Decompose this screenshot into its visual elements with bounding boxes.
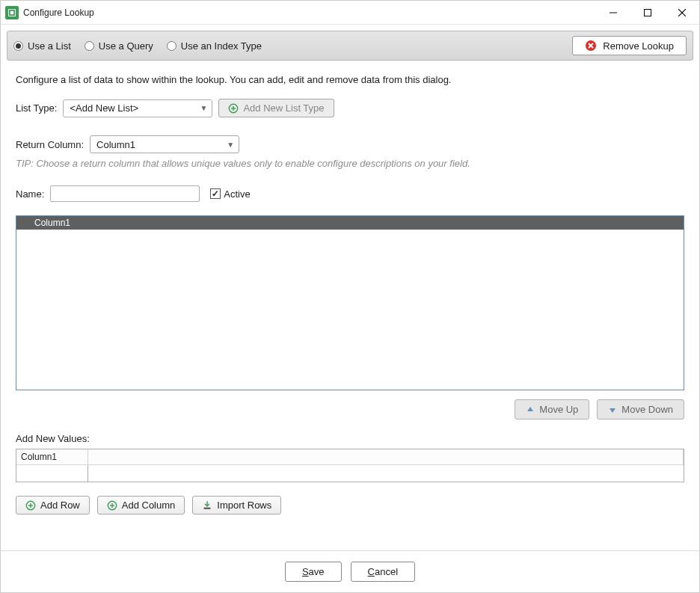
table-header: Column1 bbox=[16, 216, 684, 230]
active-label: Active bbox=[224, 188, 250, 200]
return-column-combo[interactable]: Column1 ▼ bbox=[90, 135, 239, 153]
radio-label: Use a List bbox=[28, 40, 71, 52]
plus-circle-icon bbox=[228, 103, 239, 114]
radio-use-query[interactable]: Use a Query bbox=[85, 40, 153, 52]
description-text: Configure a list of data to show within … bbox=[16, 74, 684, 85]
import-icon bbox=[202, 500, 212, 511]
move-up-button[interactable]: Move Up bbox=[515, 399, 589, 420]
list-type-combo[interactable]: <Add New List> ▼ bbox=[63, 99, 212, 117]
svg-rect-1 bbox=[10, 10, 14, 14]
app-icon bbox=[5, 6, 19, 19]
arrow-up-icon bbox=[526, 405, 535, 414]
lookup-mode-radio-group: Use a List Use a Query Use an Index Type bbox=[13, 40, 262, 52]
plus-circle-icon bbox=[25, 500, 36, 511]
maximize-button[interactable] bbox=[630, 1, 665, 25]
return-column-label: Return Column: bbox=[16, 139, 84, 150]
dialog-body: Configure a list of data to show within … bbox=[1, 67, 699, 550]
table-body bbox=[16, 230, 684, 390]
lookup-mode-bar: Use a List Use a Query Use an Index Type… bbox=[7, 31, 693, 61]
window-title: Configure Lookup bbox=[23, 7, 94, 18]
radio-use-index-type[interactable]: Use an Index Type bbox=[167, 40, 262, 52]
titlebar: Configure Lookup bbox=[1, 1, 699, 25]
radio-icon bbox=[167, 41, 176, 51]
chevron-down-icon: ▼ bbox=[227, 141, 234, 149]
add-new-value-cell[interactable] bbox=[16, 465, 88, 482]
add-new-value-cell[interactable] bbox=[88, 465, 684, 482]
radio-use-list[interactable]: Use a List bbox=[13, 40, 71, 52]
add-new-list-type-button[interactable]: Add New List Type bbox=[218, 99, 334, 117]
active-checkbox[interactable] bbox=[210, 188, 221, 199]
import-rows-label: Import Rows bbox=[217, 500, 271, 511]
return-column-value: Column1 bbox=[96, 139, 222, 150]
radio-label: Use an Index Type bbox=[181, 40, 262, 52]
lookup-data-table[interactable]: Column1 bbox=[16, 215, 684, 390]
minimize-button[interactable] bbox=[596, 1, 630, 25]
remove-lookup-label: Remove Lookup bbox=[603, 40, 674, 52]
save-label: Save bbox=[302, 566, 325, 577]
arrow-down-icon bbox=[608, 405, 617, 414]
svg-rect-18 bbox=[204, 507, 211, 508]
add-row-button[interactable]: Add Row bbox=[16, 496, 90, 514]
return-column-tip: TIP: Choose a return column that allows … bbox=[16, 158, 684, 169]
remove-lookup-button[interactable]: Remove Lookup bbox=[572, 36, 687, 55]
add-list-type-label: Add New List Type bbox=[243, 102, 324, 114]
add-row-label: Add Row bbox=[40, 500, 80, 511]
name-input[interactable] bbox=[50, 185, 200, 202]
move-up-label: Move Up bbox=[539, 404, 578, 415]
svg-rect-3 bbox=[645, 9, 651, 16]
cancel-button[interactable]: Cancel bbox=[351, 562, 415, 582]
add-column-label: Add Column bbox=[122, 500, 176, 511]
save-button[interactable]: Save bbox=[285, 562, 342, 582]
cancel-label: Cancel bbox=[368, 566, 398, 577]
list-type-label: List Type: bbox=[16, 102, 57, 114]
add-new-values-table[interactable]: Column1 bbox=[16, 449, 684, 482]
move-down-button[interactable]: Move Down bbox=[597, 399, 684, 420]
chevron-down-icon: ▼ bbox=[200, 104, 208, 112]
plus-circle-icon bbox=[107, 500, 117, 511]
name-label: Name: bbox=[16, 188, 44, 200]
add-new-column-header: Column1 bbox=[16, 449, 88, 465]
configure-lookup-window: Configure Lookup Use a List Use a Query … bbox=[0, 0, 700, 593]
add-column-button[interactable]: Add Column bbox=[97, 496, 185, 514]
import-rows-button[interactable]: Import Rows bbox=[192, 496, 281, 514]
radio-label: Use a Query bbox=[99, 40, 153, 52]
move-down-label: Move Down bbox=[621, 404, 673, 415]
table-column-header: Column1 bbox=[33, 218, 70, 228]
radio-icon bbox=[13, 41, 23, 51]
close-button[interactable] bbox=[665, 1, 699, 25]
list-type-value: <Add New List> bbox=[70, 102, 195, 114]
remove-icon bbox=[585, 40, 597, 52]
dialog-footer: Save Cancel bbox=[1, 550, 699, 592]
radio-icon bbox=[85, 41, 94, 51]
add-new-values-label: Add New Values: bbox=[16, 433, 684, 444]
